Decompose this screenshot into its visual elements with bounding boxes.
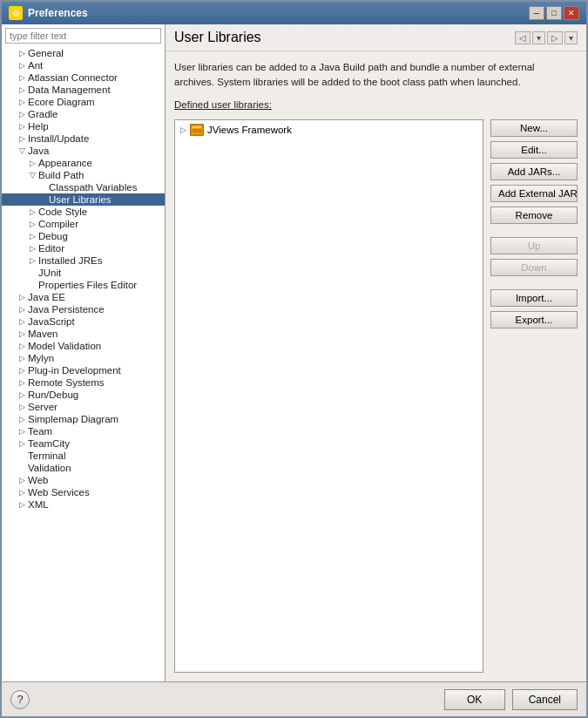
expand-icon: ▷ (16, 439, 28, 448)
edit-button[interactable]: Edit... (490, 141, 578, 159)
back-dropdown-button[interactable]: ▾ (532, 31, 545, 44)
window-controls: ─ □ ✕ (529, 6, 579, 20)
expand-icon: ▷ (16, 317, 28, 326)
expand-icon: ▷ (16, 85, 28, 94)
tree-label: Java (28, 146, 165, 156)
back-button[interactable]: ◁ (515, 31, 531, 44)
panel-header: User Libraries ◁ ▾ ▷ ▾ (166, 24, 586, 51)
tree-label: Ant (28, 60, 165, 71)
up-button[interactable]: Up (490, 237, 578, 254)
tree-item-install[interactable]: ▷ Install/Update (2, 132, 165, 145)
library-list[interactable]: ▷ JViews Framework (174, 119, 483, 673)
help-button[interactable]: ? (10, 690, 30, 709)
forward-dropdown-button[interactable]: ▾ (564, 31, 578, 44)
tree-item-installed-jres[interactable]: ▷ Installed JREs (2, 254, 165, 267)
tree-item-java-buildpath[interactable]: ▽ Build Path (2, 169, 165, 181)
tree-item-props-editor[interactable]: Properties Files Editor (2, 279, 165, 291)
import-button[interactable]: Import... (490, 289, 578, 307)
tree-item-remote-systems[interactable]: ▷ Remote Systems (2, 376, 165, 389)
tree-item-compiler[interactable]: ▷ Compiler (2, 218, 165, 230)
tree-item-mylyn[interactable]: ▷ Mylyn (2, 352, 165, 364)
tree-label: TeamCity (28, 438, 165, 449)
bottom-bar: ? OK Cancel (2, 681, 586, 716)
expand-icon: ▷ (16, 61, 28, 70)
expand-icon: ▷ (16, 390, 28, 399)
maximize-button[interactable]: □ (546, 6, 562, 20)
tree-item-user-libraries[interactable]: User Libraries (2, 193, 165, 206)
forward-button[interactable]: ▷ (547, 31, 563, 44)
tree-label: Classpath Variables (49, 182, 165, 193)
tree-item-terminal[interactable]: Terminal (2, 450, 165, 462)
tree-label: JUnit (38, 268, 165, 278)
tree-label: User Libraries (49, 194, 165, 205)
cancel-button[interactable]: Cancel (512, 689, 578, 710)
tree-item-ecore[interactable]: ▷ Ecore Diagram (2, 96, 165, 108)
window-title: Preferences (28, 7, 88, 19)
tree-item-server[interactable]: ▷ Server (2, 401, 165, 413)
expand-icon: ▷ (16, 293, 28, 301)
tree-item-javaee[interactable]: ▷ Java EE (2, 291, 165, 303)
add-jars-button[interactable]: Add JARs... (490, 163, 578, 180)
tree-item-gradle[interactable]: ▷ Gradle (2, 108, 165, 120)
tree-label: Web (28, 475, 165, 485)
add-external-jars-button[interactable]: Add External JARs... (490, 185, 578, 202)
library-name: JViews Framework (207, 125, 292, 135)
tree-item-java[interactable]: ▽ Java (2, 145, 165, 157)
ok-button[interactable]: OK (444, 689, 505, 710)
tree-item-java-persistence[interactable]: ▷ Java Persistence (2, 303, 165, 315)
down-button[interactable]: Down (490, 259, 578, 276)
tree-item-classpath-vars[interactable]: Classpath Variables (2, 181, 165, 193)
tree-item-team[interactable]: ▷ Team (2, 425, 165, 437)
tree-label: Debug (38, 231, 165, 241)
tree-label: Help (28, 121, 165, 132)
title-bar: ⚙ Preferences ─ □ ✕ (2, 2, 586, 24)
close-button[interactable]: ✕ (564, 6, 579, 20)
tree-item-code-style[interactable]: ▷ Code Style (2, 206, 165, 218)
tree-item-ant[interactable]: ▷ Ant (2, 59, 165, 71)
minimize-button[interactable]: ─ (529, 6, 544, 20)
tree-item-data-mgmt[interactable]: ▷ Data Management (2, 84, 165, 96)
tree-item-validation[interactable]: Validation (2, 462, 165, 474)
tree-item-editor[interactable]: ▷ Editor (2, 242, 165, 254)
tree-label: Run/Debug (28, 389, 165, 400)
tree-label: Mylyn (28, 353, 165, 363)
expand-icon: ▷ (16, 403, 28, 411)
tree-item-debug[interactable]: ▷ Debug (2, 230, 165, 242)
expand-icon: ▷ (16, 415, 28, 423)
tree-item-web[interactable]: ▷ Web (2, 474, 165, 486)
lib-expand-icon: ▷ (180, 125, 186, 134)
tree-item-webservices[interactable]: ▷ Web Services (2, 486, 165, 498)
panel-content: User libraries can be added to a Java Bu… (166, 51, 586, 681)
tree-item-maven[interactable]: ▷ Maven (2, 328, 165, 340)
tree-item-teamcity[interactable]: ▷ TeamCity (2, 437, 165, 450)
tree-label: Installed JREs (38, 255, 165, 266)
svg-rect-2 (193, 129, 201, 131)
tree-item-simplemap[interactable]: ▷ Simplemap Diagram (2, 413, 165, 425)
export-button[interactable]: Export... (490, 311, 578, 329)
library-item[interactable]: ▷ JViews Framework (177, 122, 481, 138)
new-button[interactable]: New... (490, 119, 578, 137)
filter-input[interactable] (5, 28, 161, 44)
tree-item-plugin-dev[interactable]: ▷ Plug-in Development (2, 364, 165, 376)
tree-label: Properties Files Editor (38, 280, 165, 290)
tree-label: Compiler (38, 219, 165, 229)
expand-icon: ▽ (26, 171, 38, 180)
tree-item-general[interactable]: ▷ General (2, 47, 165, 59)
tree-item-java-appearance[interactable]: ▷ Appearance (2, 157, 165, 169)
tree-item-junit[interactable]: JUnit (2, 267, 165, 279)
expand-icon: ▷ (26, 232, 38, 240)
tree-item-run-debug[interactable]: ▷ Run/Debug (2, 389, 165, 401)
right-panel: User Libraries ◁ ▾ ▷ ▾ User libraries ca… (166, 24, 586, 681)
tree-item-atlassian[interactable]: ▷ Atlassian Connector (2, 71, 165, 84)
tree-item-model-validation[interactable]: ▷ Model Validation (2, 340, 165, 352)
expand-icon: ▷ (26, 256, 38, 265)
tree-label: Gradle (28, 109, 165, 119)
expand-icon: ▷ (26, 244, 38, 253)
title-bar-left: ⚙ Preferences (9, 6, 88, 20)
tree-item-help[interactable]: ▷ Help (2, 120, 165, 132)
tree-item-javascript[interactable]: ▷ JavaScript (2, 315, 165, 328)
tree-label: Remote Systems (28, 377, 165, 388)
tree-item-xml[interactable]: ▷ XML (2, 498, 165, 511)
tree-label: Plug-in Development (28, 365, 165, 376)
remove-button[interactable]: Remove (490, 207, 578, 224)
